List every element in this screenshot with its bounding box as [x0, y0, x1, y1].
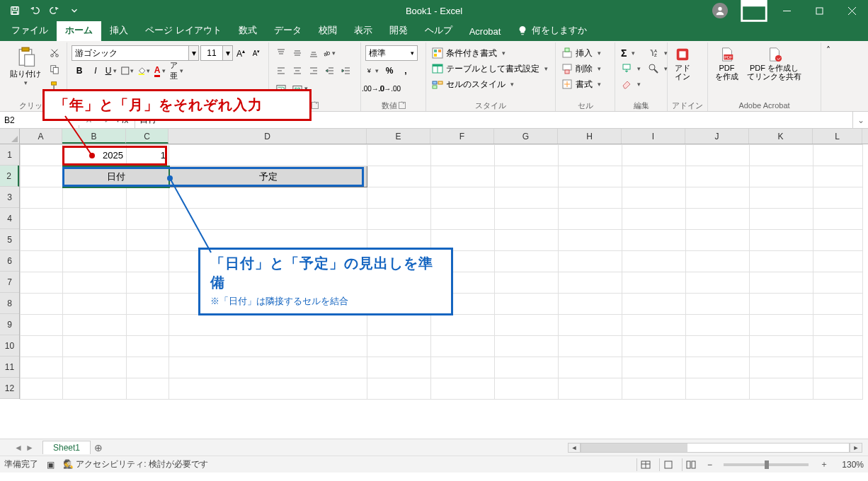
qat-customize-button[interactable] [65, 1, 84, 20]
zoom-level[interactable]: 130% [835, 460, 864, 470]
tell-me-search[interactable]: 何をしますか [513, 21, 591, 41]
cell-D1[interactable] [169, 145, 367, 166]
cell-D10[interactable] [169, 336, 367, 357]
tab-review[interactable]: 校閲 [310, 21, 346, 41]
cell-H6[interactable] [559, 251, 622, 272]
cell-F10[interactable] [431, 336, 495, 357]
font-name-dropdown[interactable]: ▾ [189, 45, 199, 61]
cell-E3[interactable] [367, 187, 431, 209]
sheet-nav[interactable]: ◄► [0, 443, 42, 453]
cell-K7[interactable] [750, 272, 813, 294]
decrease-indent-button[interactable] [322, 63, 338, 79]
row-header-9[interactable]: 9 [0, 314, 19, 335]
zoom-in-button[interactable]: ＋ [817, 458, 831, 470]
row-header-7[interactable]: 7 [0, 272, 19, 293]
cell-F3[interactable] [431, 187, 495, 209]
cell-C5[interactable] [127, 230, 169, 251]
cell-A11[interactable] [21, 357, 63, 378]
cell-B8[interactable] [63, 294, 127, 315]
cell-G2[interactable] [495, 166, 559, 187]
cell-K3[interactable] [750, 187, 813, 209]
sheet-tab-1[interactable]: Sheet1 [42, 441, 91, 454]
cell-D9[interactable] [169, 315, 367, 336]
cell-H1[interactable] [559, 145, 622, 166]
sort-filter-button[interactable]: AZ [646, 45, 670, 61]
cell-D3[interactable] [169, 187, 367, 209]
increase-indent-button[interactable] [338, 63, 354, 79]
number-format-select[interactable]: 標準▾ [365, 45, 418, 61]
cell-E2[interactable] [367, 166, 431, 187]
cell-E11[interactable] [367, 357, 431, 378]
cell-B2[interactable]: 日付 [63, 166, 169, 187]
cell-L7[interactable] [813, 272, 863, 294]
expand-formula-bar-button[interactable]: ⌄ [852, 112, 868, 128]
cell-B6[interactable] [63, 251, 127, 272]
cell-L5[interactable] [813, 230, 863, 251]
cell-K6[interactable] [750, 251, 813, 272]
cell-A10[interactable] [21, 336, 63, 357]
cell-F4[interactable] [431, 209, 495, 230]
row-header-12[interactable]: 12 [0, 378, 19, 399]
hscroll-left[interactable]: ◄ [568, 443, 581, 453]
cell-L9[interactable] [813, 315, 863, 336]
cell-C4[interactable] [127, 209, 169, 230]
worksheet-grid[interactable]: ABCDEFGHIJKL 123456789101112 20251日付予定 「… [0, 129, 868, 439]
font-color-button[interactable]: A [153, 63, 169, 79]
cell-G4[interactable] [495, 209, 559, 230]
row-header-10[interactable]: 10 [0, 335, 19, 357]
cell-D2[interactable]: 予定 [169, 166, 367, 187]
ribbon-display-options-button[interactable] [738, 0, 770, 21]
cell-K9[interactable] [750, 315, 813, 336]
number-dialog-launcher[interactable]: ↘ [399, 102, 406, 109]
alignment-dialog-launcher[interactable]: ↘ [312, 102, 319, 109]
cell-L8[interactable] [813, 294, 863, 315]
cell-J2[interactable] [686, 166, 750, 187]
row-header-1[interactable]: 1 [0, 144, 19, 166]
row-header-3[interactable]: 3 [0, 187, 19, 208]
percent-format-button[interactable]: % [382, 63, 397, 79]
hscroll-right[interactable]: ► [850, 443, 862, 453]
cell-I12[interactable] [622, 378, 686, 400]
cell-F11[interactable] [431, 357, 495, 378]
increase-font-button[interactable]: A▴ [233, 45, 249, 61]
cell-A9[interactable] [21, 315, 63, 336]
cell-H7[interactable] [559, 272, 622, 294]
macro-record-icon[interactable]: ▣ [47, 460, 55, 470]
save-button[interactable] [6, 1, 24, 20]
cell-F9[interactable] [431, 315, 495, 336]
cell-G7[interactable] [495, 272, 559, 294]
cell-G8[interactable] [495, 294, 559, 315]
cell-J8[interactable] [686, 294, 750, 315]
cell-A5[interactable] [21, 230, 63, 251]
cell-K4[interactable] [750, 209, 813, 230]
tab-insert[interactable]: 挿入 [101, 21, 137, 41]
cell-I7[interactable] [622, 272, 686, 294]
hscroll-thumb[interactable] [581, 444, 687, 452]
cell-C10[interactable] [127, 336, 169, 357]
insert-cells-button[interactable]: 挿入 [560, 45, 604, 61]
cell-H12[interactable] [559, 378, 622, 400]
format-as-table-button[interactable]: テーブルとして書式設定 [430, 61, 551, 76]
zoom-slider[interactable] [724, 463, 809, 466]
cut-button[interactable] [47, 45, 62, 61]
align-center-button[interactable] [290, 63, 305, 79]
cell-K2[interactable] [750, 166, 813, 187]
align-left-button[interactable] [273, 63, 289, 79]
cell-I4[interactable] [622, 209, 686, 230]
cell-J3[interactable] [686, 187, 750, 209]
col-header-L[interactable]: L [813, 129, 862, 144]
cell-H3[interactable] [559, 187, 622, 209]
cell-E1[interactable] [367, 145, 431, 166]
cell-A7[interactable] [21, 272, 63, 294]
cell-F1[interactable] [431, 145, 495, 166]
orientation-button[interactable]: ab [322, 45, 338, 61]
cell-I3[interactable] [622, 187, 686, 209]
cell-B11[interactable] [63, 357, 127, 378]
italic-button[interactable]: I [88, 63, 103, 79]
cell-J4[interactable] [686, 209, 750, 230]
cell-H10[interactable] [559, 336, 622, 357]
phonetic-button[interactable]: ア亜 [169, 63, 185, 79]
cell-L2[interactable] [813, 166, 863, 187]
align-top-button[interactable] [273, 45, 289, 61]
cell-E12[interactable] [367, 378, 431, 400]
